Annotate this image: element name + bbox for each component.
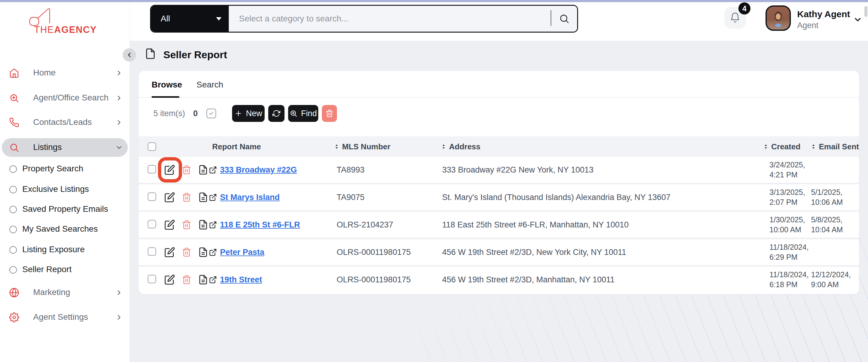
refresh-icon [273, 110, 280, 117]
user-name[interactable]: Kathy Agent [797, 9, 850, 19]
report-link[interactable]: St Marys Island [220, 193, 280, 202]
new-button[interactable]: New [232, 105, 265, 122]
column-header-report-name: Report Name [207, 142, 333, 151]
row-checkbox[interactable] [148, 192, 156, 201]
find-button[interactable]: Find [288, 105, 318, 122]
external-link-icon[interactable] [209, 248, 217, 256]
report-link[interactable]: 19th Street [220, 275, 262, 284]
table-header: Report Name MLS Number Address Created E… [138, 136, 859, 157]
report-link[interactable]: Peter Pasta [220, 248, 264, 257]
external-link-icon[interactable] [209, 221, 217, 229]
delete-button[interactable] [322, 105, 337, 122]
sidebar-item-exclusive-listings[interactable]: Exclusive Listings [0, 179, 130, 199]
item-count: 5 item(s) [153, 109, 185, 118]
created-value: 3/13/2025,2:07 PM [761, 187, 803, 207]
email-sent-value: 5/8/2025,10:04 AM [803, 215, 859, 235]
sidebar-item-marketing[interactable]: Marketing [0, 283, 130, 303]
edit-icon[interactable] [164, 219, 175, 230]
search-category-dropdown[interactable]: All [151, 6, 229, 32]
search-submit-button[interactable] [551, 6, 577, 32]
mls-value: TA9075 [333, 193, 440, 202]
brand-logo-text: THEAGENCY [34, 24, 97, 35]
sidebar-item-saved-property-emails[interactable]: Saved Property Emails [0, 199, 130, 219]
main-content: Seller Report Browse Search 5 item(s) 0 … [130, 41, 868, 362]
select-all-checkbox[interactable] [148, 142, 156, 151]
edit-icon[interactable] [164, 247, 175, 258]
sidebar-collapse-button[interactable] [123, 48, 136, 61]
row-checkbox[interactable] [148, 247, 156, 256]
sidebar: THEAGENCY Home Agent/Office Search Conta… [0, 2, 130, 362]
table-body: 333 Broadway #22G TA8993 333 Broadway #2… [138, 157, 859, 293]
sidebar-item-property-search[interactable]: Property Search [0, 159, 130, 179]
sidebar-item-contacts-leads[interactable]: Contacts/Leads [0, 113, 130, 133]
radio-circle-icon [9, 206, 17, 213]
sidebar-item-listings[interactable]: Listings [0, 138, 130, 157]
external-link-icon[interactable] [209, 276, 217, 284]
brand-logo[interactable]: THEAGENCY [0, 4, 130, 38]
edit-icon[interactable] [164, 192, 175, 203]
selected-count: 0 [193, 109, 198, 118]
mls-value: TA8993 [333, 165, 440, 175]
external-link-icon[interactable] [209, 166, 217, 174]
magnifier-plus-icon [290, 110, 298, 117]
search-plus-icon [9, 93, 19, 103]
plus-icon [235, 110, 242, 117]
app-window: THEAGENCY Home Agent/Office Search Conta… [0, 0, 868, 362]
user-avatar[interactable] [766, 5, 791, 31]
row-checkbox[interactable] [148, 165, 156, 173]
tab-browse[interactable]: Browse [152, 80, 182, 90]
search-input[interactable] [229, 6, 551, 32]
row-checkbox[interactable] [148, 275, 156, 283]
toolbar: 5 item(s) 0 New Find [138, 105, 859, 122]
mls-value: OLRS-2104237 [333, 220, 440, 229]
active-tab-underline [152, 96, 179, 98]
sidebar-item-seller-report[interactable]: Seller Report [0, 260, 130, 280]
radio-circle-icon [9, 226, 17, 233]
radio-circle-icon [9, 165, 17, 173]
table-row: 118 E 25th St #6-FLR OLRS-2104237 118 Ea… [138, 212, 859, 239]
globe-icon [9, 287, 19, 298]
column-header-mls-number[interactable]: MLS Number [333, 142, 440, 151]
scrollbar-thumb[interactable] [864, 6, 867, 17]
external-link-icon[interactable] [209, 193, 217, 201]
tab-search[interactable]: Search [196, 80, 223, 90]
select-toggle-checkbox[interactable] [207, 109, 216, 118]
report-link[interactable]: 333 Broadway #22G [220, 165, 297, 175]
user-menu-chevron-icon[interactable] [853, 15, 863, 24]
selected-item-pill [2, 138, 128, 157]
delete-icon[interactable] [182, 275, 191, 284]
notification-badge: 4 [738, 2, 750, 15]
search-icon [9, 142, 19, 152]
gear-icon [9, 312, 19, 323]
top-accent-line [0, 0, 868, 2]
delete-icon[interactable] [182, 192, 191, 202]
delete-icon[interactable] [182, 247, 191, 257]
address-value: 456 W 19th Street #2/3D, New York City, … [440, 248, 761, 257]
home-icon [9, 68, 19, 78]
sidebar-item-agent-settings[interactable]: Agent Settings [0, 307, 130, 327]
address-value: 118 East 25th Street #6-FLR, Manhattan, … [440, 220, 761, 229]
column-header-email-sent[interactable]: Email Sent [803, 142, 859, 151]
sidebar-item-home[interactable]: Home [0, 63, 130, 83]
sidebar-item-my-saved-searches[interactable]: My Saved Searches [0, 219, 130, 239]
column-header-address[interactable]: Address [440, 142, 761, 151]
seller-report-card: Browse Search 5 item(s) 0 New Find [138, 71, 859, 294]
table-row: 19th Street OLRS-00011980175 456 W 19th … [138, 267, 859, 293]
chevron-right-icon [115, 118, 123, 127]
bell-icon [730, 12, 741, 24]
report-link[interactable]: 118 E 25th St #6-FLR [220, 220, 300, 229]
sidebar-item-agent-office-search[interactable]: Agent/Office Search [0, 88, 130, 108]
address-value: 456 W 19th Street #2/3D, Manhattan, NY 1… [440, 275, 761, 284]
mls-value: OLRS-00011980175 [333, 248, 440, 257]
edit-icon[interactable] [164, 164, 175, 175]
created-value: 1/30/2025,10:00 AM [761, 215, 803, 235]
table-row: St Marys Island TA9075 St. Mary's Island… [138, 184, 859, 212]
sidebar-item-listing-exposure[interactable]: Listing Exposure [0, 240, 130, 260]
chevron-down-icon [115, 144, 123, 151]
delete-icon[interactable] [182, 220, 191, 229]
row-checkbox[interactable] [148, 220, 156, 228]
refresh-button[interactable] [268, 105, 284, 122]
edit-icon[interactable] [164, 274, 175, 285]
column-header-created[interactable]: Created [761, 142, 803, 151]
delete-icon[interactable] [182, 165, 191, 175]
